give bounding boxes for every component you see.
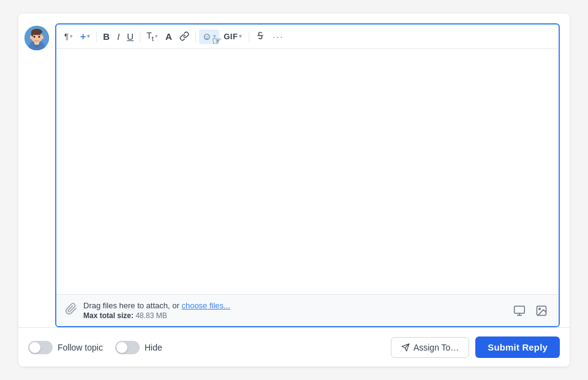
italic-icon: I [117,32,119,41]
strikethrough-btn[interactable] [252,28,268,45]
avatar-col [18,23,55,50]
assign-to-label: Assign To… [413,343,459,352]
bold-btn[interactable]: B [100,29,113,44]
svg-point-8 [36,38,37,39]
attach-size-text: Max total size: 48.83 MB [83,311,505,320]
toolbar: ¶ ▾ + ▾ B I [56,25,559,49]
editor-col: ¶ ▾ + ▾ B I [55,23,560,327]
toolbar-sep-2 [140,31,140,42]
follow-topic-group: Follow topic [28,341,103,354]
paragraph-btn[interactable]: ¶ ▾ [61,30,76,43]
editor-body[interactable] [56,49,559,294]
paperclip-icon [65,303,77,318]
submit-reply-button[interactable]: Submit Reply [475,336,560,358]
attach-size-label: Max total size: [83,311,134,320]
svg-point-16 [539,308,541,310]
underline-icon: U [127,32,134,41]
link-btn[interactable] [176,29,192,45]
toolbar-sep-3 [195,31,196,42]
gif-chevron-icon: ▾ [239,34,243,39]
paragraph-chevron-icon: ▾ [70,34,73,39]
emoji-btn[interactable]: ☺ ▾ [199,29,219,44]
submit-reply-label: Submit Reply [488,342,548,352]
insert-chevron-icon: ▾ [87,34,90,39]
svg-point-9 [30,36,32,39]
hide-group: Hide [115,341,162,354]
insert-btn[interactable]: + ▾ [77,29,93,44]
insert-icon: + [80,32,86,42]
footer-right: Assign To… Submit Reply [391,336,560,358]
svg-point-10 [41,36,43,39]
main-area: ¶ ▾ + ▾ B I [18,13,570,327]
image-upload-btn[interactable] [533,303,550,318]
svg-point-6 [34,36,36,38]
attach-prompt-text: Drag files here to attach, or [83,301,181,310]
attach-bar: Drag files here to attach, or choose fil… [56,294,559,326]
text-size-chevron-icon: ▾ [155,34,158,39]
avatar [24,26,49,50]
more-options-btn[interactable]: ··· [270,29,287,45]
footer-bar: Follow topic Hide Assign To… [18,327,570,367]
assign-to-button[interactable]: Assign To… [391,337,469,358]
toolbar-sep-1 [96,31,97,42]
hide-label: Hide [145,343,162,352]
underline-btn[interactable]: U [124,29,137,44]
choose-files-link[interactable]: choose files... [181,301,230,310]
italic-btn[interactable]: I [114,29,123,44]
follow-topic-label: Follow topic [58,343,103,352]
svg-rect-12 [514,306,525,313]
text-color-icon: A [165,32,172,41]
text-color-btn[interactable]: A [162,29,175,44]
gif-btn[interactable]: GIF ▾ [221,30,246,43]
gif-icon: GIF [224,32,238,40]
attach-size-value-2: 48.83 MB [135,311,167,320]
attach-text-area: Drag files here to attach, or choose fil… [83,301,505,320]
bold-icon: B [103,32,110,41]
text-size-icon: Tt [146,31,154,42]
hide-toggle[interactable] [115,341,140,354]
emoji-icon: ☺ [202,32,212,42]
text-size-btn[interactable]: Tt ▾ [143,29,161,44]
attach-prompt: Drag files here to attach, or choose fil… [83,301,505,310]
emoji-btn-wrapper: ☺ ▾ ☞ [199,29,219,44]
more-options-icon: ··· [273,31,284,42]
emoji-chevron-icon: ▾ [213,34,216,39]
assign-send-icon [401,343,410,352]
editor-wrapper: ¶ ▾ + ▾ B I [18,13,570,367]
attach-icons-right [511,303,550,318]
svg-point-7 [39,36,40,38]
screen-capture-btn[interactable] [511,303,528,318]
paragraph-icon: ¶ [64,32,69,40]
toolbar-sep-4 [249,31,249,42]
page-container: ¶ ▾ + ▾ B I [0,0,588,380]
strikethrough-icon [255,31,265,42]
follow-topic-toggle[interactable] [28,341,53,354]
link-icon [179,31,189,42]
footer-left: Follow topic Hide [28,341,162,354]
